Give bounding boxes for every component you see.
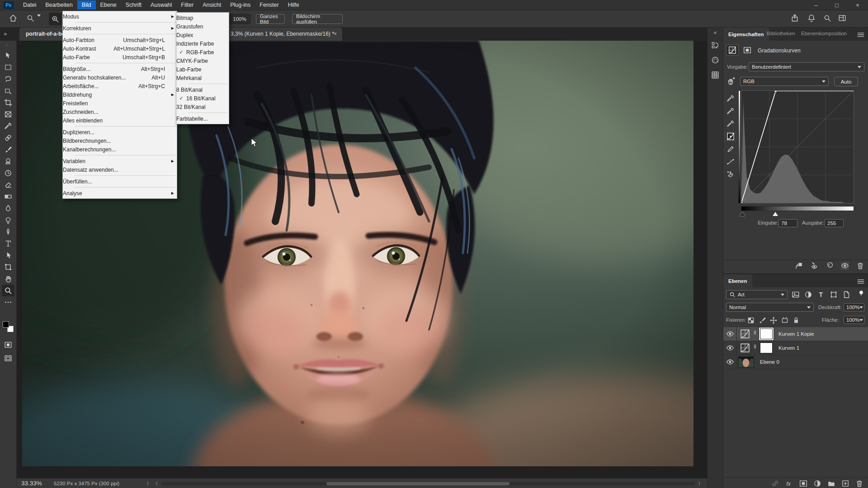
- submenu-item[interactable]: ✓ Bitmap: [176, 14, 229, 22]
- channel-select[interactable]: RGB: [740, 77, 829, 86]
- fill-field[interactable]: 100%: [844, 316, 864, 324]
- blend-mode-select[interactable]: Normal: [726, 303, 814, 312]
- submenu-item[interactable]: ✓ 32 Bit/Kanal: [176, 103, 229, 111]
- add-layer-mask-button[interactable]: [799, 479, 807, 488]
- menu-item[interactable]: ✓ Generativ hochskalieren... Alt+U ▶: [63, 73, 177, 82]
- tool-preset-chevron-icon[interactable]: [37, 14, 41, 23]
- menu-item[interactable]: ✓ Variablen ▶: [63, 157, 177, 165]
- zoom-level-field[interactable]: 33.33%: [21, 480, 42, 487]
- menu-item[interactable]: ✓ Kanalberechnungen... ▶: [63, 145, 177, 154]
- layer-mask-thumbnail[interactable]: [760, 343, 773, 353]
- blur-tool[interactable]: [2, 202, 14, 214]
- menu-item[interactable]: ✓ Bildgröße... Alt+Strg+I ▶: [63, 65, 177, 73]
- smart-object-filter-icon[interactable]: [842, 290, 850, 299]
- toggle-adjustment-visibility-button[interactable]: [841, 262, 849, 270]
- quick-mask-button[interactable]: [2, 339, 14, 351]
- lock-artboard-icon[interactable]: [781, 316, 788, 324]
- filter-toggle-icon[interactable]: [858, 290, 864, 298]
- link-layers-button[interactable]: [771, 479, 779, 488]
- path-selection-tool[interactable]: [2, 249, 14, 261]
- fit-screen-button[interactable]: Ganzes Bild: [256, 14, 285, 24]
- submenu-item[interactable]: ✓ Graustufen: [176, 22, 229, 31]
- tab-eigenschaften[interactable]: Eigenschaften: [723, 28, 769, 41]
- mask-link-icon[interactable]: [752, 344, 758, 352]
- menu-item[interactable]: ✓ ▶: [63, 154, 177, 157]
- menubar-item[interactable]: Ansicht: [198, 0, 226, 9]
- menu-item[interactable]: ✓ Freistellen ▶: [63, 99, 177, 108]
- new-adjustment-layer-button[interactable]: [813, 479, 821, 488]
- horizontal-scrollbar[interactable]: [161, 482, 695, 485]
- preset-select[interactable]: Benutzerdefiniert: [749, 62, 864, 71]
- brush-tool[interactable]: [2, 144, 14, 155]
- black-point-eyedropper[interactable]: [726, 94, 736, 103]
- eyedropper-tool[interactable]: [2, 120, 14, 132]
- lock-transparency-icon[interactable]: [747, 316, 755, 324]
- menu-item[interactable]: ✓ Datensatz anwenden... ▶: [63, 165, 177, 174]
- curves-layer-icon[interactable]: [740, 343, 750, 353]
- opacity-field[interactable]: 100%: [844, 303, 864, 311]
- layer-visibility-eye-icon[interactable]: [723, 327, 737, 341]
- pen-tool[interactable]: [2, 226, 14, 238]
- crop-tool[interactable]: [2, 97, 14, 108]
- submenu-item[interactable]: ✓ Farbtabelle...: [176, 114, 229, 123]
- shape-layer-filter-icon[interactable]: [829, 290, 838, 299]
- type-layer-filter-icon[interactable]: T: [816, 290, 825, 299]
- menu-item[interactable]: ✓ Korrekturen ▶: [63, 24, 177, 33]
- submenu-item[interactable]: ✓ Mehrkanal: [176, 74, 229, 82]
- history-panel-icon[interactable]: [710, 40, 721, 51]
- workspace-switcher-icon[interactable]: [838, 14, 846, 22]
- horizontal-scrollbar-thumb[interactable]: [326, 482, 509, 485]
- minimize-icon[interactable]: –: [806, 0, 826, 10]
- lock-all-icon[interactable]: [792, 316, 800, 324]
- menubar-item[interactable]: Fenster: [255, 0, 283, 9]
- home-icon[interactable]: [9, 14, 17, 22]
- search-icon[interactable]: [823, 14, 831, 22]
- menu-item[interactable]: ✓ Arbeitsfläche... Alt+Strg+C ▶: [63, 82, 177, 90]
- history-brush-tool[interactable]: [2, 167, 14, 179]
- hand-tool[interactable]: [2, 273, 14, 285]
- menu-item[interactable]: ✓ Überfüllen... ▶: [63, 177, 177, 186]
- layer-row[interactable]: Kurven 1: [723, 341, 868, 355]
- menubar-item[interactable]: Bearbeiten: [41, 0, 77, 9]
- menubar-item[interactable]: Filter: [176, 0, 198, 9]
- notifications-bell-icon[interactable]: [807, 14, 816, 22]
- menu-item[interactable]: ✓ ▶: [63, 174, 177, 177]
- layer-thumbnail[interactable]: [738, 357, 754, 368]
- maximize-icon[interactable]: □: [826, 0, 847, 10]
- layer-row[interactable]: Kurven 1 Kopie: [723, 327, 868, 341]
- new-layer-button[interactable]: [841, 479, 849, 488]
- scroll-right-arrow-icon[interactable]: 〉: [698, 480, 700, 486]
- delete-layer-button[interactable]: [855, 479, 863, 488]
- screen-mode-button[interactable]: [2, 352, 14, 364]
- close-icon[interactable]: ×: [847, 0, 868, 10]
- collapse-dock-icon[interactable]: «: [708, 28, 723, 36]
- clone-stamp-tool[interactable]: [2, 155, 14, 167]
- menu-item[interactable]: ✓ Analyse ▶: [63, 189, 177, 197]
- white-point-slider[interactable]: [773, 212, 778, 216]
- dodge-tool[interactable]: [2, 214, 14, 226]
- curves-layer-icon[interactable]: [740, 329, 750, 339]
- menu-item[interactable]: ✓ Bildberechnungen... ▶: [63, 136, 177, 145]
- menu-item[interactable]: ✓ ▶: [63, 61, 177, 65]
- color-panel-icon[interactable]: [710, 55, 721, 66]
- menu-item[interactable]: ✓ Bilddrehung ▶: [63, 90, 177, 99]
- menu-item[interactable]: ✓ ▶: [63, 33, 177, 36]
- layer-mask-thumbnail[interactable]: [760, 328, 773, 339]
- submenu-item[interactable]: ✓ Duplex: [176, 31, 229, 39]
- menu-item[interactable]: ✓ Auto-Farbton Umschalt+Strg+L ▶: [63, 36, 177, 44]
- marquee-tool[interactable]: [2, 61, 14, 73]
- menu-item[interactable]: ✓ ▶: [63, 125, 177, 128]
- object-selection-tool[interactable]: [2, 85, 14, 97]
- delete-adjustment-button[interactable]: [856, 262, 864, 270]
- layers-panel-menu-icon[interactable]: [857, 277, 865, 286]
- submenu-item[interactable]: ✓: [176, 82, 229, 85]
- scrubby-hand-icon[interactable]: [726, 77, 736, 86]
- input-value-field[interactable]: 78: [778, 219, 797, 227]
- menu-item[interactable]: ✓ Auto-Kontrast Alt+Umschalt+Strg+L ▶: [63, 44, 177, 53]
- submenu-item[interactable]: ✓ Indizierte Farbe: [176, 39, 229, 48]
- submenu-item[interactable]: ✓: [176, 111, 229, 114]
- menu-item[interactable]: ✓ ▶: [63, 21, 177, 24]
- move-tool[interactable]: [2, 50, 14, 61]
- pixel-layer-filter-icon[interactable]: [791, 290, 800, 299]
- gray-point-eyedropper[interactable]: [726, 107, 736, 115]
